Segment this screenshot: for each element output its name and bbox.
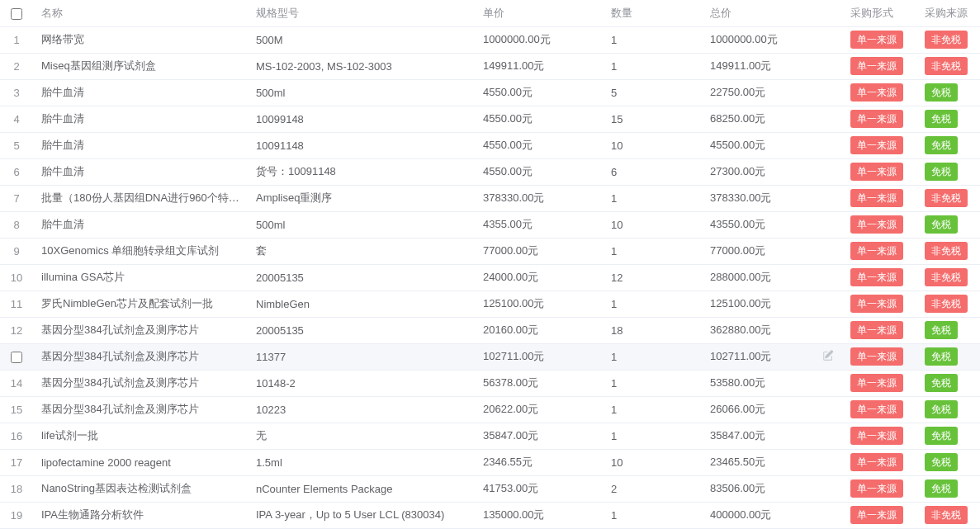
tag-procurement-source[interactable]: 非免税 — [925, 242, 968, 260]
cell-total: 378330.00元 — [702, 185, 842, 211]
cell-spec: 无 — [248, 423, 475, 449]
tag-procurement-form[interactable]: 单一来源 — [850, 268, 903, 286]
tag-procurement-form[interactable]: 单一来源 — [850, 31, 903, 49]
table-row[interactable]: 910XGenomics 单细胞转录组文库试剂套77000.00元177000.… — [0, 238, 980, 264]
col-header-spec[interactable]: 规格型号 — [248, 0, 475, 26]
col-header-price[interactable]: 单价 — [475, 0, 603, 26]
table-header-row: 名称 规格型号 单价 数量 总价 采购形式 采购来源 — [0, 0, 980, 26]
cell-name: 基因分型384孔试剂盒及测序芯片 — [33, 396, 248, 423]
tag-procurement-source[interactable]: 免税 — [925, 374, 958, 392]
tag-procurement-form[interactable]: 单一来源 — [850, 295, 903, 313]
tag-procurement-source[interactable]: 免税 — [925, 110, 958, 128]
tag-procurement-form[interactable]: 单一来源 — [850, 321, 903, 339]
tag-procurement-source[interactable]: 非免税 — [925, 189, 968, 207]
tag-procurement-form[interactable]: 单一来源 — [850, 110, 903, 128]
table-row[interactable]: 7批量（180份人基因组DNA进行960个特定...Ampliseq重测序378… — [0, 185, 980, 211]
cell-source: 非免税 — [916, 264, 980, 290]
tag-procurement-form[interactable]: 单一来源 — [850, 163, 903, 181]
cell-qty: 1 — [603, 396, 702, 423]
cell-total: 35847.00元 — [702, 423, 842, 449]
cell-total: 400000.00元 — [702, 502, 842, 528]
tag-procurement-source[interactable]: 非免税 — [925, 57, 968, 75]
cell-name: 网络带宽 — [33, 26, 248, 53]
table-row[interactable]: 17lipofectamine 2000 reagent1.5ml2346.55… — [0, 449, 980, 475]
edit-icon[interactable] — [822, 349, 834, 361]
row-select[interactable] — [0, 343, 33, 370]
col-header-total[interactable]: 总价 — [702, 0, 842, 26]
cell-total: 68250.00元 — [702, 106, 842, 132]
cell-source: 非免税 — [916, 502, 980, 528]
col-header-name[interactable]: 名称 — [33, 0, 248, 26]
tag-procurement-form[interactable]: 单一来源 — [850, 83, 903, 102]
tag-procurement-source[interactable]: 免税 — [925, 427, 958, 445]
col-header-qty[interactable]: 数量 — [603, 0, 702, 26]
cell-form: 单一来源 — [842, 317, 916, 343]
tag-procurement-form[interactable]: 单一来源 — [850, 479, 903, 498]
cell-spec: 500ml — [248, 211, 475, 238]
tag-procurement-source[interactable]: 免税 — [925, 83, 958, 102]
row-checkbox[interactable] — [11, 352, 22, 363]
tag-procurement-source[interactable]: 非免税 — [925, 31, 968, 49]
table-row[interactable]: 基因分型384孔试剂盒及测序芯片11377102711.00元1102711.0… — [0, 343, 980, 370]
tag-procurement-source[interactable]: 免税 — [925, 479, 958, 498]
tag-procurement-form[interactable]: 单一来源 — [850, 374, 903, 392]
cell-form: 单一来源 — [842, 343, 916, 370]
tag-procurement-form[interactable]: 单一来源 — [850, 427, 903, 445]
cell-total: 77000.00元 — [702, 238, 842, 264]
select-all-checkbox[interactable] — [11, 8, 22, 20]
table-row[interactable]: 4胎牛血清100991484550.00元1568250.00元单一来源免税 — [0, 106, 980, 132]
table-row[interactable]: 6胎牛血清货号：100911484550.00元627300.00元单一来源免税 — [0, 158, 980, 185]
tag-procurement-form[interactable]: 单一来源 — [850, 136, 903, 154]
cell-price: 4550.00元 — [475, 158, 603, 185]
table-row[interactable]: 1网络带宽500M1000000.00元11000000.00元单一来源非免税 — [0, 26, 980, 53]
cell-source: 免税 — [916, 317, 980, 343]
table-row[interactable]: 10illumina GSA芯片2000513524000.00元1228800… — [0, 264, 980, 290]
cell-source: 非免税 — [916, 290, 980, 317]
table-row[interactable]: 11罗氏NimbleGen芯片及配套试剂一批NimbleGen125100.00… — [0, 290, 980, 317]
cell-name: 胎牛血清 — [33, 211, 248, 238]
tag-procurement-form[interactable]: 单一来源 — [850, 453, 903, 471]
tag-procurement-source[interactable]: 非免税 — [925, 295, 968, 313]
table-row[interactable]: 8胎牛血清500ml4355.00元1043550.00元单一来源免税 — [0, 211, 980, 238]
select-all-header[interactable] — [0, 0, 33, 26]
row-index: 1 — [0, 26, 33, 53]
table-row[interactable]: 16life试剂一批无35847.00元135847.00元单一来源免税 — [0, 423, 980, 449]
table-row[interactable]: 18NanoString基因表达检测试剂盒nCounter Elements P… — [0, 475, 980, 502]
tag-procurement-form[interactable]: 单一来源 — [850, 57, 903, 75]
col-header-form[interactable]: 采购形式 — [842, 0, 916, 26]
table-row[interactable]: 5胎牛血清100911484550.00元1045500.00元单一来源免税 — [0, 132, 980, 158]
tag-procurement-form[interactable]: 单一来源 — [850, 506, 903, 524]
tag-procurement-source[interactable]: 非免税 — [925, 506, 968, 524]
cell-qty: 1 — [603, 26, 702, 53]
cell-price: 149911.00元 — [475, 53, 603, 79]
cell-form: 单一来源 — [842, 26, 916, 53]
table-row[interactable]: 3胎牛血清500ml4550.00元522750.00元单一来源免税 — [0, 79, 980, 106]
tag-procurement-form[interactable]: 单一来源 — [850, 215, 903, 234]
tag-procurement-form[interactable]: 单一来源 — [850, 242, 903, 260]
tag-procurement-source[interactable]: 免税 — [925, 163, 958, 181]
table-row[interactable]: 15基因分型384孔试剂盒及测序芯片1022320622.00元126066.0… — [0, 396, 980, 423]
cell-total: 83506.00元 — [702, 475, 842, 502]
cell-form: 单一来源 — [842, 238, 916, 264]
cell-source: 免税 — [916, 396, 980, 423]
tag-procurement-source[interactable]: 非免税 — [925, 268, 968, 286]
tag-procurement-source[interactable]: 免税 — [925, 347, 958, 366]
tag-procurement-source[interactable]: 免税 — [925, 321, 958, 339]
tag-procurement-source[interactable]: 免税 — [925, 453, 958, 471]
tag-procurement-source[interactable]: 免税 — [925, 215, 958, 234]
cell-total: 362880.00元 — [702, 317, 842, 343]
tag-procurement-form[interactable]: 单一来源 — [850, 347, 903, 366]
table-row[interactable]: 19IPA生物通路分析软件IPA 3-year，Up to 5 User LCL… — [0, 502, 980, 528]
table-row[interactable]: 14基因分型384孔试剂盒及测序芯片10148-256378.00元153580… — [0, 370, 980, 396]
cell-name: life试剂一批 — [33, 423, 248, 449]
col-header-source[interactable]: 采购来源 — [916, 0, 980, 26]
tag-procurement-form[interactable]: 单一来源 — [850, 189, 903, 207]
cell-qty: 10 — [603, 211, 702, 238]
cell-qty: 1 — [603, 502, 702, 528]
table-row[interactable]: 2Miseq基因组测序试剂盒MS-102-2003, MS-102-300314… — [0, 53, 980, 79]
tag-procurement-source[interactable]: 免税 — [925, 136, 958, 154]
tag-procurement-form[interactable]: 单一来源 — [850, 400, 903, 418]
tag-procurement-source[interactable]: 免税 — [925, 400, 958, 418]
table-row[interactable]: 12基因分型384孔试剂盒及测序芯片2000513520160.00元18362… — [0, 317, 980, 343]
cell-spec: MS-102-2003, MS-102-3003 — [248, 53, 475, 79]
